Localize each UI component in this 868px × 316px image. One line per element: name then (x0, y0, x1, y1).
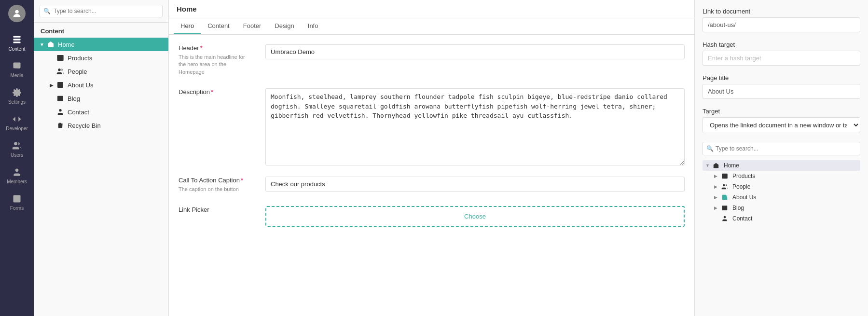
rp-page-title-input[interactable] (703, 84, 860, 99)
tree-item-contact-label: Contact (68, 109, 89, 116)
tree-item-products[interactable]: Products (43, 51, 168, 65)
sidebar-item-members-label: Members (7, 179, 27, 184)
tree-item-people-label: People (68, 68, 87, 75)
about-us-arrow-icon: ▶ (48, 82, 55, 88)
rp-tree-contact[interactable]: Contact (711, 213, 860, 224)
rp-page-title-field: Page title (703, 74, 860, 99)
rp-hash-input[interactable] (703, 51, 860, 66)
rp-target-field: Target Opens the linked document in a ne… (703, 108, 860, 133)
cta-label: Call To Action Caption* (179, 177, 256, 184)
tree-item-home[interactable]: ▼ Home (34, 38, 168, 51)
people-icon (56, 67, 65, 76)
tab-design[interactable]: Design (268, 18, 301, 34)
tree-item-about-us-label: About Us (68, 82, 93, 89)
cta-input[interactable] (265, 177, 685, 192)
rp-products-icon (721, 173, 730, 179)
rp-people-icon (721, 183, 730, 190)
blog-icon (56, 94, 65, 103)
content-area: Header* This is the main headline for th… (169, 35, 694, 316)
rp-tree-about-us-label: About Us (732, 194, 756, 201)
description-field-row: Description* Moonfish, steelhead, lampre… (179, 88, 685, 167)
header-input[interactable] (265, 44, 685, 59)
tree-item-blog-label: Blog (68, 95, 80, 102)
rp-target-select[interactable]: Opens the linked document in a new windo… (703, 117, 860, 133)
sidebar-item-members[interactable]: Members (0, 163, 34, 189)
rp-search-icon: 🔍 (706, 145, 714, 152)
cta-field-row: Call To Action Caption* The caption on t… (179, 177, 685, 196)
rp-link-label: Link to document (703, 8, 860, 15)
tree-item-contact[interactable]: Contact (43, 105, 168, 119)
tab-content[interactable]: Content (201, 18, 236, 34)
link-picker-field-row: Link Picker Choose (179, 206, 685, 227)
cta-desc: The caption on the button (179, 186, 256, 193)
rp-products-arrow-icon: ▶ (714, 174, 720, 179)
tree-children-home: Products People ▶ About Us Blog (34, 51, 168, 132)
rp-link-field: Link to document (703, 8, 860, 32)
link-picker-label: Link Picker (179, 206, 256, 213)
rp-blog-icon (721, 205, 730, 211)
rp-hash-label: Hash target (703, 41, 860, 48)
contact-icon (56, 108, 65, 116)
rp-hash-field: Hash target (703, 41, 860, 66)
rp-search-input[interactable] (703, 142, 860, 155)
tree-item-recycle-label: Recycle Bin (68, 122, 101, 129)
rp-page-title-label: Page title (703, 74, 860, 82)
rp-tree-search-wrap: 🔍 (703, 142, 860, 155)
page-title: Home (177, 5, 197, 13)
rp-link-input[interactable] (703, 17, 860, 32)
description-textarea[interactable]: Moonfish, steelhead, lamprey southern fl… (265, 88, 685, 165)
tab-hero[interactable]: Hero (174, 18, 201, 34)
tree-item-about-us[interactable]: ▶ About Us (43, 78, 168, 92)
tree-item-products-label: Products (68, 55, 92, 62)
svg-rect-7 (14, 195, 21, 203)
rp-home-icon (713, 162, 721, 169)
sidebar-item-settings[interactable]: Settings (0, 83, 34, 110)
products-arrow-icon (48, 55, 55, 61)
home-arrow-icon: ▼ (39, 41, 45, 48)
tree-item-people[interactable]: People (43, 65, 168, 78)
tree-item-blog[interactable]: Blog (43, 92, 168, 105)
right-panel: Link to document Hash target Page title … (694, 0, 868, 316)
tree-item-recycle[interactable]: Recycle Bin (43, 119, 168, 132)
tree-item-home-label: Home (58, 41, 75, 48)
link-picker-choose-button[interactable]: Choose (464, 213, 486, 220)
recycle-arrow-icon (48, 122, 55, 129)
sidebar-item-users[interactable]: Users (0, 136, 34, 163)
tab-info[interactable]: Info (301, 18, 325, 34)
nav-search-input[interactable] (40, 5, 163, 17)
sidebar-item-developer[interactable]: Developer (0, 110, 34, 136)
header-desc: This is the main headline for the hero a… (179, 54, 256, 76)
header-label: Header* (179, 44, 256, 52)
rp-target-label: Target (703, 108, 860, 115)
svg-rect-25 (722, 206, 728, 210)
svg-rect-16 (57, 96, 63, 101)
rp-tree-products-label: Products (732, 173, 755, 179)
sidebar-item-forms[interactable]: Forms (0, 189, 34, 216)
avatar[interactable] (8, 5, 26, 22)
recycle-bin-icon (56, 121, 65, 130)
rp-tree-blog[interactable]: ▶ Blog (711, 203, 860, 213)
svg-point-24 (723, 184, 725, 187)
nav-search-bar: 🔍 (34, 0, 169, 23)
rp-tree-item-home[interactable]: ▼ Home (703, 160, 860, 171)
tabs-bar: Hero Content Footer Design Info (169, 18, 694, 35)
svg-point-29 (724, 216, 726, 219)
rp-tree-home-label: Home (724, 162, 739, 169)
rp-tree-about-us[interactable]: ▶ About Us (711, 192, 860, 203)
tab-footer[interactable]: Footer (236, 18, 268, 34)
sidebar-item-media[interactable]: Media (0, 56, 34, 83)
sidebar-item-content[interactable]: Content (0, 30, 34, 56)
rp-tree-products[interactable]: ▶ Products (711, 171, 860, 181)
rp-blog-arrow-icon: ▶ (714, 206, 720, 210)
contact-arrow-icon (48, 109, 55, 115)
sidebar-item-settings-label: Settings (8, 99, 26, 105)
rp-tree-blog-label: Blog (732, 205, 744, 211)
sidebar-icons: Content Media Settings Developer Users M… (0, 0, 34, 316)
description-label: Description* (179, 88, 256, 96)
svg-rect-3 (14, 41, 21, 43)
rp-tree-people[interactable]: ▶ People (711, 181, 860, 192)
sidebar-item-developer-label: Developer (6, 126, 28, 131)
nav-sidebar: 🔍 Content ▼ Home Products People ▶ (34, 0, 169, 316)
sidebar-item-users-label: Users (11, 152, 23, 158)
sidebar-item-media-label: Media (10, 73, 23, 78)
